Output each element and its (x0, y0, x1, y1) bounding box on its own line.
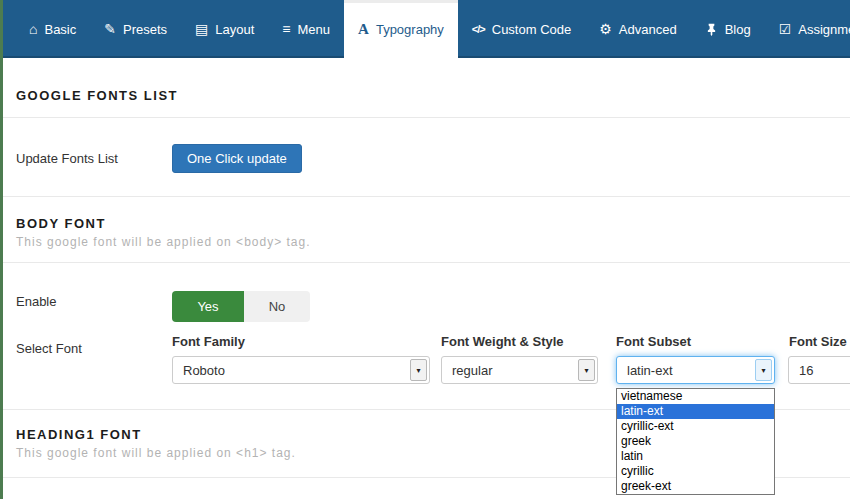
chevron-down-icon: ▾ (410, 359, 427, 381)
dropdown-option[interactable]: greek-ext (617, 479, 774, 494)
google-fonts-section-title: GOOGLE FONTS LIST (16, 88, 178, 103)
chevron-down-icon: ▾ (755, 359, 772, 381)
font-family-header: Font Family (172, 334, 245, 349)
tab-assignment[interactable]: ☑ Assignment (765, 0, 850, 58)
code-icon: </> (472, 24, 485, 35)
tab-advanced[interactable]: ⚙ Advanced (585, 0, 690, 58)
font-size-header: Font Size (789, 334, 847, 349)
dropdown-option[interactable]: cyrillic-ext (617, 419, 774, 434)
font-subset-dropdown: vietnamese latin-ext cyrillic-ext greek … (616, 388, 775, 495)
tab-blog[interactable]: Blog (691, 0, 765, 58)
tab-menu[interactable]: ≡ Menu (268, 0, 344, 58)
chevron-down-icon: ▾ (578, 359, 595, 381)
divider (3, 262, 850, 263)
tab-label: Basic (44, 22, 76, 37)
tab-label: Presets (123, 22, 167, 37)
menu-list-icon: ≡ (282, 22, 290, 36)
dropdown-option-selected[interactable]: latin-ext (617, 404, 774, 419)
tab-label: Advanced (619, 22, 677, 37)
body-font-section-title: BODY FONT (16, 216, 106, 231)
font-size-input[interactable] (788, 356, 850, 384)
divider (3, 117, 850, 118)
font-weight-select[interactable]: regular ▾ (441, 356, 598, 384)
font-weight-value: regular (442, 363, 578, 378)
tab-label: Custom Code (492, 22, 571, 37)
tab-typography[interactable]: A Typography (344, 0, 458, 58)
pin-icon (705, 23, 718, 36)
settings-tab-bar: ⌂ Basic ✎ Presets ▤ Layout ≡ Menu A Typo… (3, 0, 850, 58)
select-font-label: Select Font (16, 341, 82, 356)
font-weight-header: Font Weight & Style (441, 334, 564, 349)
dropdown-option[interactable]: latin (617, 449, 774, 464)
tab-label: Layout (215, 22, 254, 37)
layout-icon: ▤ (195, 22, 208, 36)
font-subset-select[interactable]: latin-ext ▾ (616, 356, 775, 384)
tab-custom-code[interactable]: </> Custom Code (458, 0, 585, 58)
tab-presets[interactable]: ✎ Presets (90, 0, 181, 58)
tab-label: Typography (376, 22, 444, 37)
update-fonts-label: Update Fonts List (16, 151, 118, 166)
checkbox-check-icon: ☑ (779, 22, 792, 36)
home-icon: ⌂ (29, 22, 37, 36)
tab-label: Blog (725, 22, 751, 37)
enable-label: Enable (16, 294, 56, 309)
font-family-select[interactable]: Roboto ▾ (172, 356, 430, 384)
left-green-edge (0, 0, 3, 499)
dropdown-option[interactable]: vietnamese (617, 389, 774, 404)
tab-label: Assignment (798, 22, 850, 37)
dropdown-option[interactable]: cyrillic (617, 464, 774, 479)
brush-icon: ✎ (104, 22, 116, 36)
font-family-value: Roboto (173, 363, 410, 378)
enable-no-button[interactable]: No (244, 291, 310, 322)
divider (3, 196, 850, 197)
enable-toggle: Yes No (172, 291, 310, 322)
heading1-font-section-title: HEADING1 FONT (16, 427, 142, 442)
font-subset-header: Font Subset (616, 334, 691, 349)
heading1-font-description: This google font will be applied on <h1>… (16, 446, 296, 460)
one-click-update-button[interactable]: One Click update (172, 144, 302, 173)
typography-settings-page: ⌂ Basic ✎ Presets ▤ Layout ≡ Menu A Typo… (0, 0, 850, 499)
enable-yes-button[interactable]: Yes (172, 291, 244, 322)
dropdown-option[interactable]: greek (617, 434, 774, 449)
tab-label: Menu (298, 22, 331, 37)
body-font-description: This google font will be applied on <bod… (16, 235, 311, 249)
typography-icon: A (358, 22, 369, 37)
font-subset-value: latin-ext (617, 363, 755, 378)
tab-basic[interactable]: ⌂ Basic (15, 0, 90, 58)
gear-icon: ⚙ (599, 22, 612, 36)
tab-layout[interactable]: ▤ Layout (181, 0, 268, 58)
